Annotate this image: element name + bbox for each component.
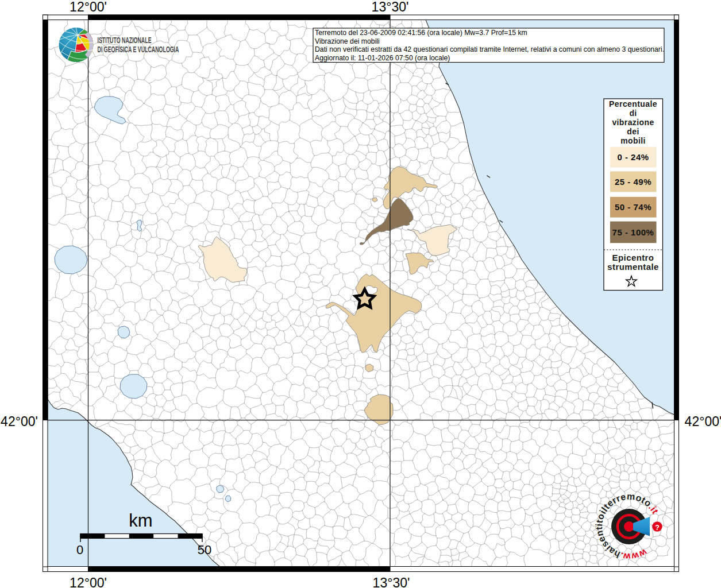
svg-text:25 - 49%: 25 - 49% <box>615 177 651 187</box>
svg-text:Vibrazione dei mobili: Vibrazione dei mobili <box>315 37 380 45</box>
svg-text:Dati non verificati estratti d: Dati non verificati estratti da 42 quest… <box>315 45 664 53</box>
svg-text:42°00': 42°00' <box>685 414 721 429</box>
svg-text:12°00': 12°00' <box>70 575 107 588</box>
svg-text:dei: dei <box>627 127 639 136</box>
svg-text:strumentale: strumentale <box>607 262 658 272</box>
svg-text:13°30': 13°30' <box>372 0 409 14</box>
svg-text:vibrazione: vibrazione <box>612 118 654 127</box>
svg-text:mobili: mobili <box>620 136 646 145</box>
svg-text:50 - 74%: 50 - 74% <box>615 202 651 212</box>
svg-text:Epicentro: Epicentro <box>612 253 654 262</box>
svg-text:50: 50 <box>198 543 211 557</box>
svg-text:Terremoto del 23-06-2009 02:41: Terremoto del 23-06-2009 02:41:56 (ora l… <box>315 29 527 37</box>
svg-text:75 - 100%: 75 - 100% <box>612 227 654 237</box>
svg-text:Percentuale: Percentuale <box>609 99 657 109</box>
svg-text:km: km <box>129 510 152 531</box>
svg-text:?: ? <box>655 524 660 532</box>
svg-text:13°30': 13°30' <box>373 575 410 588</box>
svg-text:12°00': 12°00' <box>70 0 107 14</box>
svg-text:Aggiornato il: 11-01-2026 07:5: Aggiornato il: 11-01-2026 07:50 (ora loc… <box>315 54 450 62</box>
svg-text:0 - 24%: 0 - 24% <box>617 152 649 162</box>
svg-text:0: 0 <box>76 543 83 557</box>
svg-text:DI GEOFISICA E VULCANOLOGIA: DI GEOFISICA E VULCANOLOGIA <box>98 44 179 54</box>
svg-text:di: di <box>629 109 637 118</box>
svg-text:42°00': 42°00' <box>1 414 38 429</box>
